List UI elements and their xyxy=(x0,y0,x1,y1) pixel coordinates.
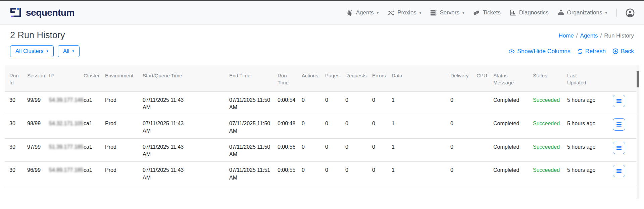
cell-row-menu xyxy=(597,162,637,185)
column-header-requests: Requests xyxy=(341,65,367,92)
nav-item-servers[interactable]: Servers ▾ xyxy=(430,9,464,16)
row-menu-button[interactable] xyxy=(613,142,625,154)
cell-status-message: Completed xyxy=(489,92,528,115)
refresh-button[interactable]: Refresh xyxy=(577,48,606,55)
column-header-pages: Pages xyxy=(320,65,341,92)
column-header-start-time: Start/Queue Time xyxy=(138,65,225,92)
column-header-actions: Actions xyxy=(297,65,320,92)
cell-pages: 0 xyxy=(320,115,341,138)
cell-environment: Prod xyxy=(100,162,138,185)
cell-actions: 0 xyxy=(297,92,320,115)
shuffle-icon xyxy=(387,9,395,16)
column-header-ip: IP xyxy=(44,65,79,92)
cell-delivery: 0 xyxy=(446,162,472,185)
cluster-filter-label: All Clusters xyxy=(15,48,43,54)
cell-end-time: 07/11/2025 11:50 AM xyxy=(225,92,273,115)
cell-end-time: 07/11/2025 11:51 AM xyxy=(225,162,273,185)
column-header-environment: Environment xyxy=(100,65,138,92)
eye-icon xyxy=(508,49,515,54)
cell-last-updated: 5 hours ago xyxy=(562,162,597,185)
show-hide-columns-button[interactable]: Show/Hide Columns xyxy=(508,48,571,55)
refresh-label: Refresh xyxy=(585,48,606,55)
cell-run-id: 30 xyxy=(5,138,22,162)
table-row: 3096/9954.89.177.185ca1Prod07/11/2025 11… xyxy=(5,162,637,185)
column-header-session: Session xyxy=(22,65,44,92)
nav-label: Tickets xyxy=(483,9,500,16)
vertical-scrollbar-track[interactable] xyxy=(637,65,639,199)
cell-data: 1 xyxy=(387,162,446,185)
cell-cpu xyxy=(472,138,489,162)
cell-environment: Prod xyxy=(100,138,138,162)
back-button[interactable]: Back xyxy=(612,48,634,55)
breadcrumb-agents-link[interactable]: Agents xyxy=(580,32,598,39)
bar-chart-icon xyxy=(509,9,516,16)
cell-status-message: Completed xyxy=(489,162,528,185)
cell-start-time: 07/11/2025 11:43 AM xyxy=(138,92,225,115)
column-header-run-time: Run Time xyxy=(273,65,297,92)
column-header-run-id: Run Id xyxy=(5,65,22,92)
brand-logo[interactable]: sequentum xyxy=(9,7,75,19)
user-account-button[interactable] xyxy=(626,8,635,17)
cluster-filter-dropdown[interactable]: All Clusters ▾ xyxy=(10,45,54,57)
nav-item-agents[interactable]: Agents ▾ xyxy=(346,9,379,16)
cell-cpu xyxy=(472,92,489,115)
run-history-tbody: 3099/9954.39.177.146ca1Prod07/11/2025 11… xyxy=(5,92,637,185)
cell-last-updated: 5 hours ago xyxy=(562,92,597,115)
arrow-left-circle-icon xyxy=(612,48,618,54)
table-row: 3098/9954.32.171.105ca1Prod07/11/2025 11… xyxy=(5,115,637,138)
cell-ip: 51.39.177.185 xyxy=(44,138,79,162)
cell-requests: 0 xyxy=(341,162,367,185)
column-header-delivery: Delivery xyxy=(446,65,472,92)
cell-errors: 0 xyxy=(367,92,387,115)
table-header: Run IdSessionIPClusterEnvironmentStart/Q… xyxy=(5,65,637,92)
nav-item-organizations[interactable]: Organizations ▾ xyxy=(557,9,607,16)
run-history-table-container: Run IdSessionIPClusterEnvironmentStart/Q… xyxy=(5,65,637,185)
cell-end-time: 07/11/2025 11:50 AM xyxy=(225,138,273,162)
nav-item-diagnostics[interactable]: Diagnostics xyxy=(509,9,549,16)
person-circle-icon xyxy=(626,8,635,17)
cell-requests: 0 xyxy=(341,115,367,138)
column-header-end-time: End Time xyxy=(225,65,273,92)
show-hide-columns-label: Show/Hide Columns xyxy=(517,48,571,55)
cell-end-time: 07/11/2025 11:50 AM xyxy=(225,115,273,138)
cell-environment: Prod xyxy=(100,92,138,115)
cell-last-updated: 5 hours ago xyxy=(562,115,597,138)
nav-item-tickets[interactable]: Tickets xyxy=(473,9,500,16)
cell-run-time: 0:00:56 xyxy=(273,138,297,162)
nav-menu: Agents ▾ Proxies ▾ xyxy=(346,8,635,17)
nav-divider xyxy=(616,9,617,17)
cell-last-updated: 5 hours ago xyxy=(562,138,597,162)
sequentum-logo-icon xyxy=(9,7,22,19)
breadcrumb-separator: / xyxy=(576,32,578,39)
column-header-cluster: Cluster xyxy=(79,65,100,92)
chevron-down-icon: ▾ xyxy=(419,11,422,15)
cell-actions: 0 xyxy=(297,115,320,138)
status-filter-dropdown[interactable]: All ▾ xyxy=(58,45,80,57)
cell-errors: 0 xyxy=(367,138,387,162)
breadcrumb: Home/Agents/Run History xyxy=(558,32,634,41)
cell-status-message: Completed xyxy=(489,138,528,162)
table-row: 3097/9951.39.177.185ca1Prod07/11/2025 11… xyxy=(5,138,637,162)
run-history-table: Run IdSessionIPClusterEnvironmentStart/Q… xyxy=(5,65,637,185)
row-menu-button[interactable] xyxy=(613,95,625,107)
cell-pages: 0 xyxy=(320,92,341,115)
nav-label: Agents xyxy=(356,9,374,16)
row-menu-button[interactable] xyxy=(613,118,625,131)
cell-run-id: 30 xyxy=(5,162,22,185)
cell-actions: 0 xyxy=(297,138,320,162)
cell-actions: 0 xyxy=(297,162,320,185)
ticket-icon xyxy=(473,9,480,16)
cell-start-time: 07/11/2025 11:43 AM xyxy=(138,138,225,162)
nav-item-proxies[interactable]: Proxies ▾ xyxy=(387,9,421,16)
row-menu-button[interactable] xyxy=(613,165,625,177)
table-header-row: Run IdSessionIPClusterEnvironmentStart/Q… xyxy=(5,65,637,92)
cell-requests: 0 xyxy=(341,92,367,115)
vertical-scrollbar-thumb[interactable] xyxy=(637,71,639,87)
cell-errors: 0 xyxy=(367,115,387,138)
cell-cpu xyxy=(472,115,489,138)
cell-pages: 0 xyxy=(320,162,341,185)
cell-environment: Prod xyxy=(100,115,138,138)
cell-row-menu xyxy=(597,138,637,162)
breadcrumb-home-link[interactable]: Home xyxy=(558,32,574,39)
nav-label: Organizations xyxy=(567,9,602,16)
